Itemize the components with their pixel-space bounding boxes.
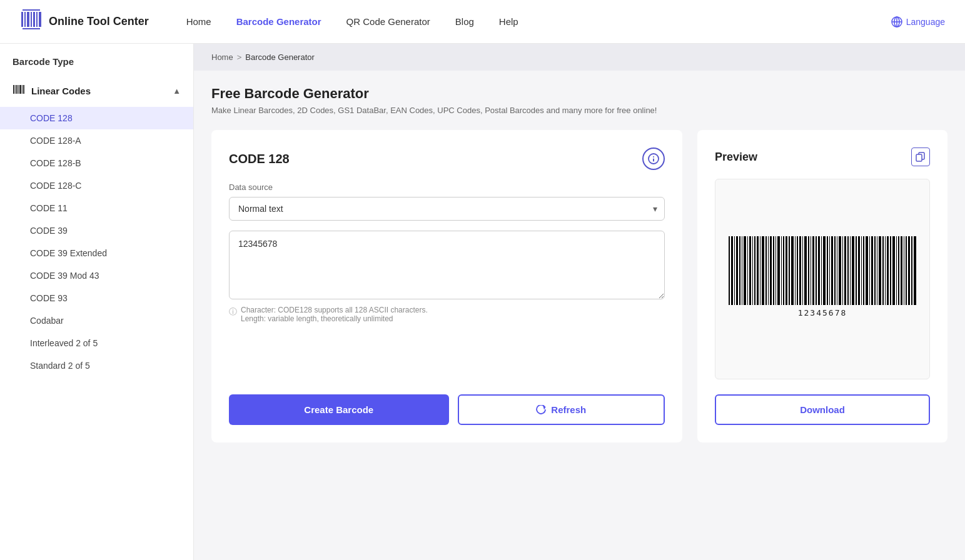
- preview-header: Preview: [715, 148, 930, 166]
- svg-rect-86: [890, 236, 891, 305]
- svg-rect-47: [786, 236, 787, 305]
- logo-icon: [20, 8, 43, 35]
- refresh-button[interactable]: Refresh: [458, 394, 665, 425]
- barcode-image: 12345678: [722, 236, 922, 318]
- svg-rect-72: [852, 236, 854, 305]
- svg-rect-32: [747, 236, 748, 305]
- copy-icon-button[interactable]: [911, 148, 930, 166]
- refresh-icon: [536, 405, 546, 415]
- svg-rect-94: [911, 236, 912, 305]
- sidebar-item-code128b[interactable]: CODE 128-B: [0, 152, 193, 174]
- chevron-up-icon: ▲: [173, 86, 181, 96]
- generator-header: CODE 128: [229, 148, 665, 170]
- breadcrumb-separator: >: [237, 52, 242, 62]
- svg-rect-92: [906, 236, 907, 305]
- sidebar-item-code11[interactable]: CODE 11: [0, 197, 193, 219]
- svg-rect-54: [804, 236, 807, 305]
- download-button[interactable]: Download: [715, 394, 930, 425]
- nav-help[interactable]: Help: [499, 16, 518, 27]
- language-label: Language: [906, 17, 945, 27]
- sidebar-item-code39mod43[interactable]: CODE 39 Mod 43: [0, 264, 193, 287]
- svg-rect-1: [24, 12, 26, 27]
- content-area: Free Barcode Generator Make Linear Barco…: [194, 71, 965, 458]
- sidebar-item-code93[interactable]: CODE 93: [0, 287, 193, 309]
- svg-rect-36: [757, 236, 759, 305]
- data-source-select-wrapper: Normal text GS1 HRI Base64 ▾: [229, 197, 665, 221]
- svg-rect-0: [21, 12, 23, 27]
- info-icon-button[interactable]: [642, 148, 665, 170]
- sidebar-title: Barcode Type: [0, 56, 193, 77]
- sidebar-item-interleaved[interactable]: Interleaved 2 of 5: [0, 332, 193, 354]
- svg-rect-61: [823, 236, 826, 305]
- nav-qr-code[interactable]: QR Code Generator: [346, 16, 430, 27]
- logo[interactable]: Online Tool Center: [20, 8, 149, 35]
- svg-rect-52: [799, 236, 801, 305]
- breadcrumb: Home > Barcode Generator: [194, 44, 965, 71]
- svg-rect-28: [736, 236, 738, 305]
- layout: Barcode Type Linear Codes ▲: [0, 44, 965, 560]
- svg-rect-15: [16, 85, 18, 94]
- data-source-select[interactable]: Normal text GS1 HRI Base64: [229, 197, 665, 221]
- svg-rect-59: [818, 236, 820, 305]
- language-selector[interactable]: Language: [891, 16, 945, 28]
- sidebar-item-codabar[interactable]: Codabar: [0, 309, 193, 332]
- barcode-section-icon: [13, 83, 25, 98]
- svg-point-21: [653, 156, 654, 158]
- preview-title: Preview: [715, 151, 757, 164]
- svg-rect-33: [749, 236, 751, 305]
- svg-rect-89: [898, 236, 899, 305]
- svg-rect-45: [781, 236, 782, 305]
- svg-rect-84: [885, 236, 886, 305]
- svg-rect-4: [33, 12, 35, 27]
- svg-rect-74: [858, 236, 860, 305]
- svg-rect-31: [744, 236, 746, 305]
- globe-icon: [891, 16, 902, 28]
- sidebar-section-header[interactable]: Linear Codes ▲: [0, 77, 193, 104]
- svg-rect-90: [901, 236, 902, 305]
- svg-rect-75: [861, 236, 862, 305]
- svg-rect-30: [742, 236, 742, 305]
- sidebar-item-standard25[interactable]: Standard 2 of 5: [0, 354, 193, 377]
- barcode-input[interactable]: 12345678: [229, 231, 665, 299]
- generator-title: CODE 128: [229, 152, 290, 166]
- svg-rect-44: [777, 236, 780, 305]
- svg-rect-26: [731, 236, 733, 305]
- svg-rect-60: [821, 236, 822, 305]
- svg-rect-27: [734, 236, 735, 305]
- svg-rect-70: [847, 236, 849, 305]
- data-source-label: Data source: [229, 182, 665, 192]
- svg-rect-37: [760, 236, 760, 305]
- svg-rect-83: [882, 236, 884, 305]
- hint-line2: Length: variable length, theoretically u…: [241, 314, 428, 323]
- svg-rect-68: [842, 236, 843, 305]
- sidebar-item-code128a[interactable]: CODE 128-A: [0, 129, 193, 152]
- barcode-container: 12345678: [722, 236, 922, 322]
- sidebar-item-code39[interactable]: CODE 39: [0, 219, 193, 242]
- svg-rect-43: [776, 236, 776, 305]
- hint-lines: Character: CODE128 supports all 128 ASCI…: [241, 306, 428, 323]
- svg-rect-29: [739, 236, 740, 305]
- svg-rect-8: [23, 28, 40, 29]
- svg-rect-73: [856, 236, 857, 305]
- sidebar-item-code128c[interactable]: CODE 128-C: [0, 174, 193, 197]
- svg-rect-3: [31, 12, 32, 27]
- nav-barcode-generator[interactable]: Barcode Generator: [236, 16, 321, 27]
- svg-rect-48: [789, 236, 790, 305]
- sidebar-item-code39ext[interactable]: CODE 39 Extended: [0, 242, 193, 264]
- svg-rect-16: [18, 85, 19, 94]
- page-subtitle: Make Linear Barcodes, 2D Codes, GS1 Data…: [211, 106, 947, 115]
- sidebar-item-code128[interactable]: CODE 128: [0, 107, 193, 129]
- nav-blog[interactable]: Blog: [455, 16, 474, 27]
- main: Home > Barcode Generator Free Barcode Ge…: [194, 44, 965, 560]
- preview-footer: Download: [715, 394, 930, 425]
- svg-rect-65: [834, 236, 836, 305]
- svg-rect-2: [27, 12, 29, 27]
- nav-home[interactable]: Home: [186, 16, 211, 27]
- svg-rect-71: [850, 236, 851, 305]
- svg-rect-57: [812, 236, 814, 305]
- svg-rect-35: [754, 236, 755, 305]
- create-barcode-button[interactable]: Create Barcode: [229, 394, 449, 425]
- breadcrumb-home[interactable]: Home: [211, 52, 233, 62]
- preview-panel: Preview: [697, 130, 947, 442]
- hint-text: ⓘ Character: CODE128 supports all 128 AS…: [229, 306, 665, 323]
